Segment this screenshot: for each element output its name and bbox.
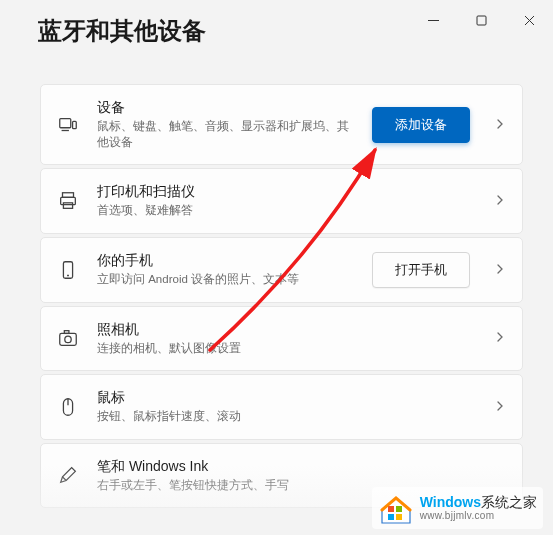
svg-line-17 bbox=[63, 477, 67, 481]
page-title: 蓝牙和其他设备 bbox=[38, 15, 206, 47]
svg-rect-14 bbox=[64, 331, 69, 334]
card-title: 鼠标 bbox=[97, 389, 470, 407]
svg-rect-20 bbox=[388, 514, 394, 520]
svg-rect-18 bbox=[388, 506, 394, 512]
card-subtitle: 首选项、疑难解答 bbox=[97, 203, 470, 219]
chevron-right-icon bbox=[494, 329, 506, 347]
card-subtitle: 立即访问 Android 设备的照片、文本等 bbox=[97, 272, 354, 288]
watermark-logo-icon bbox=[378, 490, 414, 526]
pen-icon bbox=[57, 464, 79, 486]
watermark: Windows系统之家 www.bjjmlv.com bbox=[372, 487, 543, 529]
svg-rect-19 bbox=[396, 506, 402, 512]
chevron-right-icon bbox=[494, 398, 506, 416]
svg-rect-12 bbox=[60, 334, 77, 346]
chevron-right-icon bbox=[494, 192, 506, 210]
devices-icon bbox=[57, 114, 79, 136]
card-title: 设备 bbox=[97, 99, 354, 117]
svg-rect-7 bbox=[63, 193, 74, 198]
card-title: 照相机 bbox=[97, 321, 470, 339]
watermark-url: www.bjjmlv.com bbox=[420, 510, 537, 522]
card-subtitle: 连接的相机、默认图像设置 bbox=[97, 341, 470, 357]
phone-icon bbox=[57, 259, 79, 281]
add-device-button[interactable]: 添加设备 bbox=[372, 107, 470, 143]
camera-icon bbox=[57, 327, 79, 349]
close-button[interactable] bbox=[513, 10, 545, 30]
svg-rect-1 bbox=[477, 16, 486, 25]
card-subtitle: 按钮、鼠标指针速度、滚动 bbox=[97, 409, 470, 425]
maximize-button[interactable] bbox=[465, 10, 497, 30]
card-title: 你的手机 bbox=[97, 252, 354, 270]
chevron-right-icon bbox=[494, 116, 506, 134]
minimize-button[interactable] bbox=[417, 10, 449, 30]
open-phone-button[interactable]: 打开手机 bbox=[372, 252, 470, 288]
card-title: 打印机和扫描仪 bbox=[97, 183, 470, 201]
svg-rect-4 bbox=[60, 118, 71, 127]
svg-rect-9 bbox=[63, 203, 72, 209]
svg-rect-21 bbox=[396, 514, 402, 520]
settings-item-mouse[interactable]: 鼠标 按钮、鼠标指针速度、滚动 bbox=[40, 374, 523, 440]
svg-point-13 bbox=[65, 336, 71, 342]
mouse-icon bbox=[57, 396, 79, 418]
printer-icon bbox=[57, 190, 79, 212]
settings-item-devices[interactable]: 设备 鼠标、键盘、触笔、音频、显示器和扩展坞、其他设备 添加设备 bbox=[40, 84, 523, 165]
chevron-right-icon bbox=[494, 261, 506, 279]
settings-item-your-phone[interactable]: 你的手机 立即访问 Android 设备的照片、文本等 打开手机 bbox=[40, 237, 523, 303]
watermark-brand: Windows系统之家 bbox=[420, 494, 537, 510]
svg-rect-5 bbox=[73, 121, 77, 128]
card-title: 笔和 Windows Ink bbox=[97, 458, 506, 476]
settings-item-camera[interactable]: 照相机 连接的相机、默认图像设置 bbox=[40, 306, 523, 372]
card-subtitle: 鼠标、键盘、触笔、音频、显示器和扩展坞、其他设备 bbox=[97, 119, 354, 150]
settings-item-printers[interactable]: 打印机和扫描仪 首选项、疑难解答 bbox=[40, 168, 523, 234]
